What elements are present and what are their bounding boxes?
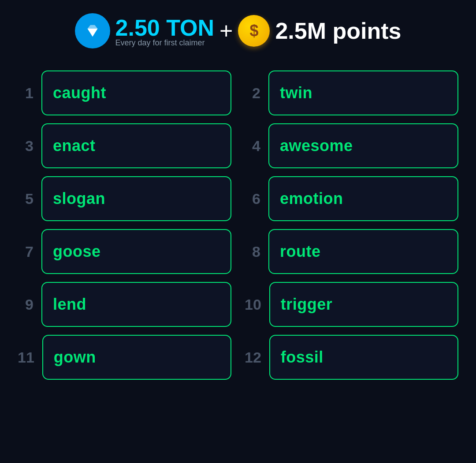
ton-amount: 2.50 TON [115, 15, 214, 41]
word-number: 7 [18, 243, 33, 260]
ton-logo-icon [75, 13, 110, 48]
word-text: slogan [53, 189, 105, 208]
word-number: 3 [18, 137, 33, 155]
word-number: 6 [245, 190, 260, 207]
word-number: 10 [245, 296, 261, 313]
word-box[interactable]: gown [42, 335, 231, 380]
word-cell[interactable]: 4awesome [245, 123, 458, 168]
word-text: gown [54, 348, 96, 367]
word-text: fossil [281, 348, 324, 367]
word-box[interactable]: fossil [269, 335, 458, 380]
word-cell[interactable]: 1caught [18, 70, 231, 115]
word-box[interactable]: emotion [268, 176, 458, 221]
word-cell[interactable]: 3enact [18, 123, 231, 168]
word-box[interactable]: twin [268, 70, 458, 115]
word-number: 1 [18, 85, 33, 102]
word-number: 2 [245, 85, 260, 102]
coin-icon: $ [238, 15, 270, 47]
word-cell[interactable]: 2twin [245, 70, 458, 115]
word-box[interactable]: awesome [268, 123, 458, 168]
word-box[interactable]: lend [41, 282, 231, 327]
word-number: 11 [18, 349, 34, 366]
points-amount: 2.5M points [275, 18, 401, 44]
word-text: twin [280, 84, 312, 102]
word-text: lend [53, 295, 86, 314]
plus-sign: + [219, 18, 233, 44]
word-box[interactable]: caught [41, 70, 231, 115]
word-text: emotion [280, 189, 343, 208]
word-text: trigger [281, 295, 333, 314]
word-box[interactable]: slogan [41, 176, 231, 221]
word-box[interactable]: goose [41, 229, 231, 274]
word-cell[interactable]: 7goose [18, 229, 231, 274]
word-number: 9 [18, 296, 33, 313]
word-number: 4 [245, 137, 260, 155]
word-number: 8 [245, 243, 260, 260]
subtitle-text: Every day for first claimer [115, 38, 214, 48]
word-box[interactable]: trigger [269, 282, 458, 327]
word-text: awesome [280, 137, 353, 155]
word-grid: 1caught2twin3enact4awesome5slogan6emotio… [18, 70, 458, 380]
word-box[interactable]: route [268, 229, 458, 274]
word-cell[interactable]: 10trigger [245, 282, 458, 327]
word-number: 5 [18, 190, 33, 207]
word-cell[interactable]: 5slogan [18, 176, 231, 221]
coin-symbol: $ [249, 22, 258, 40]
word-text: route [280, 242, 321, 261]
word-text: enact [53, 137, 96, 155]
word-cell[interactable]: 9lend [18, 282, 231, 327]
ton-text-block: 2.50 TON Every day for first claimer [115, 15, 214, 48]
word-cell[interactable]: 12fossil [245, 335, 458, 380]
word-number: 12 [245, 349, 261, 366]
word-box[interactable]: enact [41, 123, 231, 168]
word-cell[interactable]: 6emotion [245, 176, 458, 221]
word-cell[interactable]: 11gown [18, 335, 231, 380]
header-section: 2.50 TON Every day for first claimer + $… [75, 13, 402, 48]
word-text: goose [53, 242, 101, 261]
word-text: caught [53, 84, 106, 102]
word-cell[interactable]: 8route [245, 229, 458, 274]
